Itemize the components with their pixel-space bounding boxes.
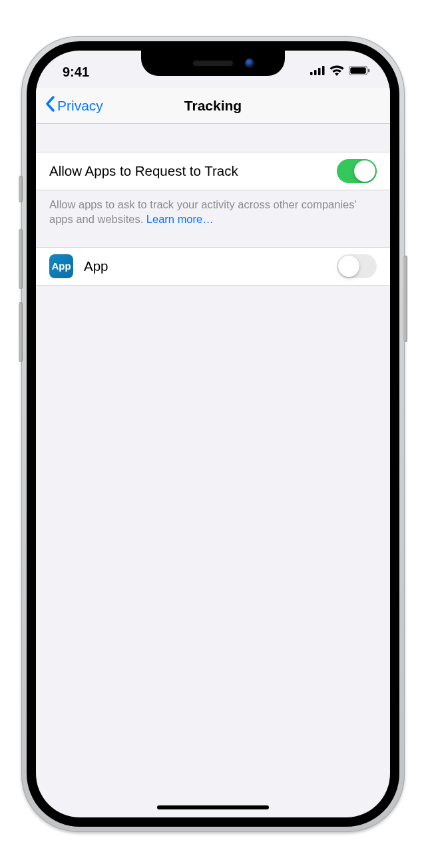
svg-rect-5 [350, 67, 365, 73]
toggle-knob [338, 256, 359, 277]
volume-down-button [19, 302, 23, 362]
chevron-left-icon [45, 96, 55, 115]
nav-bar: Privacy Tracking [36, 88, 390, 124]
section-footer: Allow apps to ask to track your activity… [36, 190, 390, 247]
app-name-label: App [84, 258, 337, 274]
device-frame: 9:41 [21, 36, 405, 832]
notch [141, 51, 285, 76]
silence-switch [19, 176, 23, 202]
status-icons [310, 60, 370, 79]
toggle-knob [354, 160, 375, 182]
volume-up-button [19, 229, 23, 289]
page-title: Tracking [184, 98, 242, 114]
power-button [403, 256, 407, 342]
allow-tracking-cell: Allow Apps to Request to Track [36, 152, 390, 190]
app-tracking-row: App App [36, 247, 390, 286]
app-tracking-toggle[interactable] [337, 254, 377, 278]
allow-tracking-toggle[interactable] [337, 159, 377, 183]
content: Allow Apps to Request to Track Allow app… [36, 124, 390, 286]
screen: 9:41 [36, 51, 390, 817]
wifi-icon [329, 65, 344, 79]
battery-icon [349, 66, 370, 78]
svg-rect-2 [318, 68, 321, 75]
app-icon: App [49, 254, 73, 278]
back-label: Privacy [57, 98, 103, 114]
status-time: 9:41 [56, 59, 89, 80]
svg-rect-0 [310, 72, 313, 75]
allow-tracking-label: Allow Apps to Request to Track [49, 163, 337, 179]
svg-rect-1 [314, 70, 317, 75]
cellular-icon [310, 66, 325, 78]
front-camera [245, 59, 254, 68]
svg-rect-3 [322, 66, 325, 75]
home-indicator[interactable] [157, 805, 269, 809]
back-button[interactable]: Privacy [45, 96, 103, 115]
learn-more-link[interactable]: Learn more… [146, 213, 214, 225]
svg-rect-6 [368, 69, 369, 73]
speaker-grille [193, 61, 233, 66]
